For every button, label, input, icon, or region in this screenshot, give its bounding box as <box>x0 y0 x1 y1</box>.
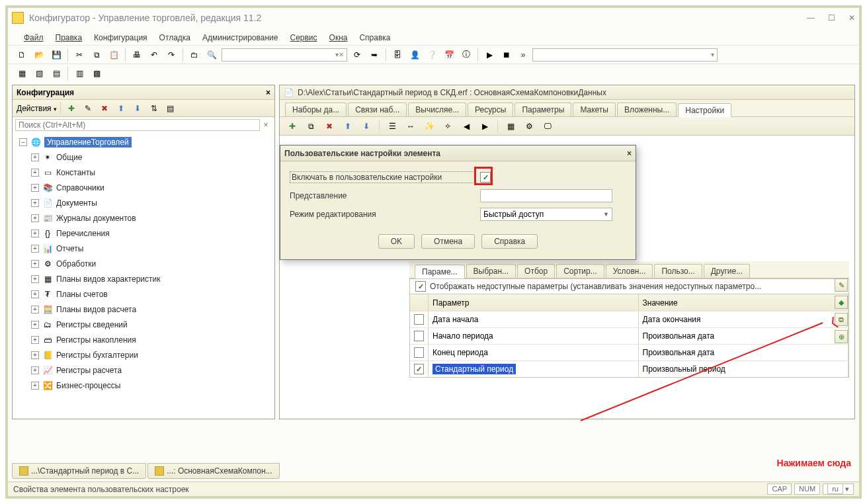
params-tab[interactable]: Параме... <box>415 265 465 278</box>
tree-item[interactable]: + ▭ Константы <box>27 165 274 180</box>
paste-icon[interactable]: 📋 <box>106 48 121 62</box>
tree-item[interactable]: + 📈 Регистры расчета <box>27 362 274 378</box>
skd-tab[interactable]: Параметры <box>515 103 571 116</box>
help-icon[interactable]: ❔ <box>425 48 439 62</box>
expand-icon[interactable]: + <box>31 382 39 390</box>
expand-icon[interactable]: + <box>31 290 39 298</box>
zoom-icon[interactable]: 🔍 <box>204 48 219 62</box>
redo-icon[interactable]: ↷ <box>164 48 179 62</box>
row-checkbox[interactable]: ✓ <box>414 364 424 374</box>
menu-windows[interactable]: Окна <box>325 32 352 44</box>
expand-icon[interactable]: + <box>31 275 39 283</box>
toolbar-search[interactable]: ▾✕ <box>222 48 347 62</box>
save-icon[interactable]: 💾 <box>49 48 63 62</box>
tree-item[interactable]: + ✴ Общие <box>27 149 274 165</box>
tree-item[interactable]: + 📄 Документы <box>27 195 274 210</box>
tree-item[interactable]: + 🔀 Бизнес-процессы <box>27 378 274 393</box>
expand-icon[interactable]: + <box>31 306 39 314</box>
status-lang[interactable]: ru ▾ <box>823 483 854 495</box>
refresh-icon[interactable]: ⟳ <box>350 48 364 62</box>
expand-icon[interactable]: + <box>31 230 39 237</box>
tree-item[interactable]: + 📰 Журналы документов <box>27 210 274 226</box>
expand-icon[interactable]: + <box>31 199 39 207</box>
skd-expand-icon[interactable]: ↔ <box>403 119 418 134</box>
col-parameter[interactable]: Параметр <box>429 294 639 311</box>
skd-wand-icon[interactable]: ✨ <box>422 119 436 134</box>
side-settings-plus-icon[interactable]: ⊕ <box>835 330 848 343</box>
expand-icon[interactable]: – <box>19 138 27 146</box>
skd-right-icon[interactable]: ▶ <box>477 119 492 134</box>
db-icon[interactable]: 🗄 <box>390 48 405 62</box>
open-folder-icon[interactable]: 📂 <box>32 48 46 62</box>
skd-tab[interactable]: Макеты <box>573 103 616 116</box>
tree-edit-icon[interactable]: ✎ <box>81 101 95 116</box>
representation-input[interactable] <box>480 189 612 202</box>
tree-item[interactable]: + 🗃 Регистры накопления <box>27 332 274 347</box>
panel5-icon[interactable]: ▩ <box>89 66 104 81</box>
bottom-tab-2[interactable]: ...: ОсновнаяСхемаКомпон... <box>147 463 279 479</box>
skd-copy-icon[interactable]: ⧉ <box>304 119 318 134</box>
row-checkbox[interactable] <box>414 331 424 341</box>
skd-del-icon[interactable]: ✖ <box>322 119 337 134</box>
tree-del-icon[interactable]: ✖ <box>97 101 112 116</box>
skd-group-icon[interactable]: ☰ <box>385 119 399 134</box>
calendar-icon[interactable]: 📅 <box>442 48 456 62</box>
window-maximize[interactable]: ☐ <box>828 13 835 22</box>
window-close[interactable]: ✕ <box>848 13 855 22</box>
expand-icon[interactable]: + <box>31 245 39 253</box>
expand-icon[interactable]: + <box>31 366 39 374</box>
params-tab[interactable]: Выбран... <box>466 264 516 278</box>
new-file-icon[interactable]: 🗋 <box>15 48 29 62</box>
editmode-combo[interactable]: Быстрый доступ ▼ <box>480 208 612 221</box>
expand-icon[interactable]: + <box>31 184 39 192</box>
menu-help[interactable]: Справка <box>355 32 394 44</box>
table-row[interactable]: Конец периода Произвольная дата <box>410 344 848 360</box>
params-tab[interactable]: Другие... <box>704 264 750 278</box>
actions-dropdown[interactable]: Действия ▾ <box>17 104 57 113</box>
tree-up-icon[interactable]: ⬆ <box>114 101 128 116</box>
tree-search-input[interactable] <box>15 119 260 131</box>
expand-icon[interactable]: + <box>31 336 39 344</box>
skd-filter-icon[interactable]: ▦ <box>503 119 518 134</box>
stop-icon[interactable]: ⏹ <box>499 48 514 62</box>
col-value[interactable]: Значение <box>639 294 849 311</box>
skd-preview-icon[interactable]: 🖵 <box>540 119 555 134</box>
tree-filter-icon[interactable]: ▤ <box>163 101 178 116</box>
tree-item[interactable]: + 🗂 Регистры сведений <box>27 317 274 332</box>
menu-debug[interactable]: Отладка <box>155 32 194 44</box>
skd-prop-icon[interactable]: ⚙ <box>522 119 536 134</box>
skd-wand2-icon[interactable]: ✧ <box>440 119 455 134</box>
folder2-icon[interactable]: 🗀 <box>187 48 202 62</box>
panel3-icon[interactable]: ▤ <box>49 66 63 81</box>
params-tab[interactable]: Пользо... <box>654 264 702 278</box>
skd-down-icon[interactable]: ⬇ <box>359 119 374 134</box>
window-minimize[interactable]: — <box>807 13 815 22</box>
expand-icon[interactable]: + <box>31 260 39 268</box>
skd-left-icon[interactable]: ◀ <box>459 119 474 134</box>
tree-item[interactable]: + ▦ Планы видов характеристик <box>27 271 274 286</box>
row-checkbox[interactable] <box>414 314 424 325</box>
user-icon[interactable]: 👤 <box>407 48 422 62</box>
side-green-icon[interactable]: ◆ <box>835 296 848 309</box>
menu-admin[interactable]: Администрирование <box>198 32 282 44</box>
dialog-close-icon[interactable]: × <box>627 149 632 158</box>
cut-icon[interactable]: ✂ <box>72 48 87 62</box>
undo-icon[interactable]: ↶ <box>147 48 161 62</box>
copy-icon[interactable]: ⧉ <box>89 48 104 62</box>
configuration-tree[interactable]: – 🌐 УправлениеТорговлей + ✴ Общие+ ▭ Кон… <box>13 133 274 419</box>
skd-tab[interactable]: Настройки <box>678 103 731 117</box>
tree-item[interactable]: + {} Перечисления <box>27 226 274 241</box>
tree-item[interactable]: + 🧮 Планы видов расчета <box>27 302 274 317</box>
skd-add-icon[interactable]: ✚ <box>285 119 300 134</box>
expand-icon[interactable]: + <box>31 153 39 161</box>
menu-service[interactable]: Сервис <box>286 32 321 44</box>
include-checkbox[interactable]: ✓ <box>480 172 491 183</box>
menu-config[interactable]: Конфигурация <box>90 32 151 44</box>
tree-sort-icon[interactable]: ⇅ <box>147 101 161 116</box>
tree-down-icon[interactable]: ⬇ <box>130 101 145 116</box>
cancel-button[interactable]: Отмена <box>421 234 475 249</box>
expand-icon[interactable]: + <box>31 321 39 329</box>
print-icon[interactable]: 🖶 <box>130 48 144 62</box>
skd-tab[interactable]: Ресурсы <box>468 103 513 116</box>
tree-item[interactable]: + 📚 Справочники <box>27 180 274 195</box>
